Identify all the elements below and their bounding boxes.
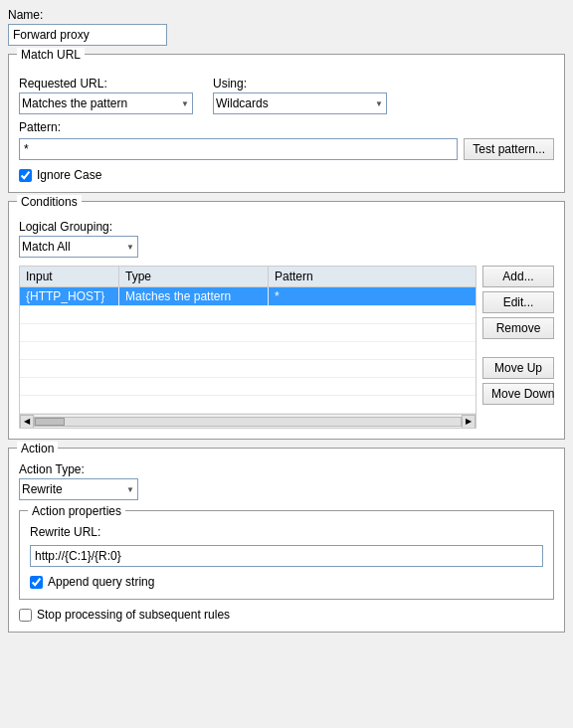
pattern-input[interactable] [19, 138, 458, 160]
using-group: Using: Wildcards [213, 71, 387, 114]
ignore-case-row: Ignore Case [19, 168, 554, 182]
conditions-legend: Conditions [17, 195, 82, 209]
scrollbar-thumb[interactable] [35, 418, 65, 426]
col-header-pattern: Pattern [269, 267, 476, 286]
rewrite-url-input[interactable] [30, 545, 543, 567]
ignore-case-checkbox[interactable] [19, 169, 32, 182]
add-button[interactable]: Add... [482, 266, 554, 287]
pattern-label: Pattern: [19, 120, 554, 134]
remove-button[interactable]: Remove [482, 317, 554, 339]
table-row[interactable]: {HTTP_HOST} Matches the pattern * [20, 287, 476, 306]
col-header-input: Input [20, 267, 119, 286]
action-properties-legend: Action properties [28, 504, 125, 518]
logical-grouping-row: Logical Grouping: Match All [19, 220, 554, 258]
stop-processing-row: Stop processing of subsequent rules [19, 608, 554, 622]
using-select[interactable]: Wildcards [213, 92, 387, 114]
append-query-string-row: Append query string [30, 575, 543, 589]
action-type-wrapper: Rewrite [19, 478, 138, 500]
edit-button[interactable]: Edit... [482, 291, 554, 313]
match-url-section: Match URL Requested URL: Matches the pat… [8, 54, 565, 193]
col-header-type: Type [119, 267, 269, 286]
empty-row-2 [20, 324, 476, 342]
stop-processing-checkbox[interactable] [19, 609, 32, 622]
move-down-button[interactable]: Move Down [482, 383, 554, 405]
action-type-label: Action Type: [19, 462, 554, 476]
table-header: Input Type Pattern [20, 267, 476, 287]
rewrite-url-label: Rewrite URL: [30, 525, 543, 539]
empty-row-5 [20, 378, 476, 396]
name-block: Name: [8, 8, 565, 46]
append-query-string-label: Append query string [48, 575, 154, 589]
name-label: Name: [8, 8, 565, 22]
scroll-right-arrow[interactable]: ▶ [462, 415, 476, 429]
empty-row-4 [20, 360, 476, 378]
td-input: {HTTP_HOST} [20, 287, 119, 305]
conditions-section: Conditions Logical Grouping: Match All I… [8, 201, 565, 440]
conditions-table-area: Input Type Pattern {HTTP_HOST} Matches t… [19, 266, 477, 429]
empty-row-6 [20, 396, 476, 414]
using-wrapper: Wildcards [213, 92, 387, 114]
requested-url-label: Requested URL: [19, 77, 193, 91]
empty-row-3 [20, 342, 476, 360]
test-pattern-button[interactable]: Test pattern... [464, 138, 554, 160]
td-pattern: * [269, 287, 476, 305]
action-legend: Action [17, 442, 58, 455]
ignore-case-label: Ignore Case [37, 168, 101, 182]
pattern-row: Test pattern... [19, 138, 554, 160]
logical-grouping-label: Logical Grouping: [19, 220, 554, 234]
action-section: Action Action Type: Rewrite Action prope… [8, 448, 565, 633]
append-query-string-checkbox[interactable] [30, 576, 43, 589]
action-type-select[interactable]: Rewrite [19, 478, 138, 500]
stop-processing-label: Stop processing of subsequent rules [37, 608, 230, 622]
requested-url-select[interactable]: Matches the pattern [19, 92, 193, 114]
scroll-left-arrow[interactable]: ◀ [20, 415, 34, 429]
move-up-button[interactable]: Move Up [482, 357, 554, 379]
conditions-table-wrapper: Input Type Pattern {HTTP_HOST} Matches t… [19, 266, 554, 429]
td-type: Matches the pattern [119, 287, 269, 305]
conditions-buttons: Add... Edit... Remove Move Up Move Down [482, 266, 554, 429]
action-type-row: Action Type: Rewrite [19, 462, 554, 500]
logical-grouping-select[interactable]: Match All [19, 236, 138, 258]
scrollbar-row[interactable]: ◀ ▶ [20, 414, 476, 428]
empty-row-1 [20, 306, 476, 324]
requested-url-wrapper: Matches the pattern [19, 92, 193, 114]
requested-url-group: Requested URL: Matches the pattern [19, 71, 193, 114]
action-properties-box: Action properties Rewrite URL: Append qu… [19, 510, 554, 600]
logical-grouping-wrapper: Match All [19, 236, 138, 258]
match-url-legend: Match URL [17, 48, 85, 62]
using-label: Using: [213, 77, 387, 91]
table-body: {HTTP_HOST} Matches the pattern * [20, 287, 476, 414]
scrollbar-track[interactable] [34, 417, 462, 427]
name-input[interactable] [8, 24, 167, 46]
